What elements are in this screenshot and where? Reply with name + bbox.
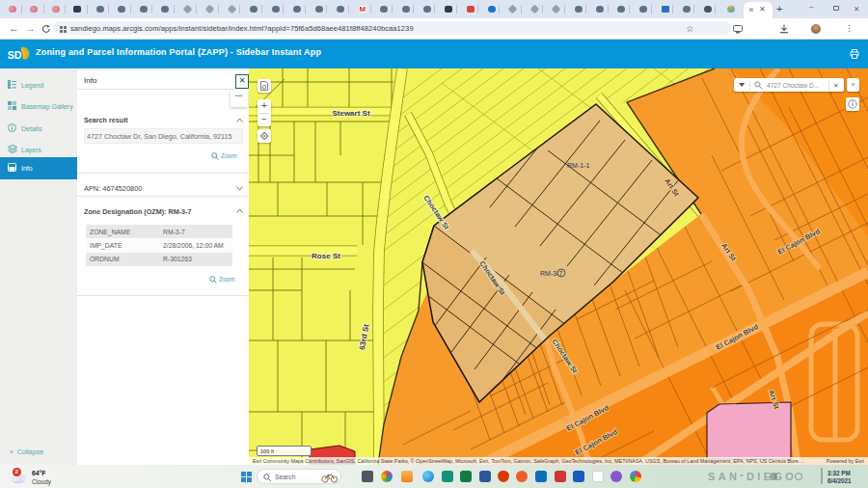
svg-text:Powered by Esri: Powered by Esri (827, 458, 864, 464)
svg-text:SD: SD (8, 49, 22, 61)
svg-text:RM-1-1: RM-1-1 (567, 162, 589, 169)
svg-text:Esri Community Maps Contributo: Esri Community Maps Contributors, SanGIS… (253, 458, 804, 464)
svg-text:Rose St: Rose St (312, 252, 340, 260)
svg-text:Stewart St: Stewart St (332, 109, 369, 118)
